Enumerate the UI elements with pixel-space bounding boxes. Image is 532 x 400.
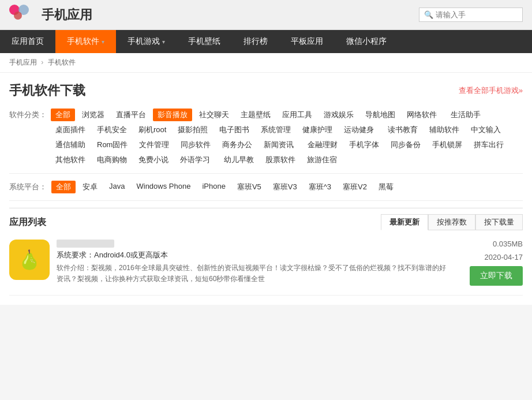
search-box[interactable]: 🔍 [419, 8, 523, 22]
software-filter-tags: 全部 浏览器 直播平台 影音播放 社交聊天 主题壁纸 应用工具 游戏娱乐 导航地… [51, 109, 523, 166]
filter-divider [9, 173, 523, 174]
tag-education[interactable]: 读书教育 [383, 124, 422, 136]
app-list-header: 应用列表 最新更新 按推荐数 按下载量 [9, 208, 523, 230]
tag-flash[interactable]: 刷机root [134, 124, 171, 136]
tag-video[interactable]: 影音播放 [153, 109, 192, 121]
tag-health[interactable]: 健康护理 [298, 124, 337, 136]
page-title: 手机软件下载 [9, 82, 85, 99]
tag-live[interactable]: 直播平台 [111, 109, 151, 121]
tag-desktop[interactable]: 桌面插件 [51, 124, 90, 136]
app-name-placeholder [57, 240, 114, 248]
tag-assist[interactable]: 辅助软件 [425, 124, 464, 136]
search-input[interactable] [436, 10, 522, 19]
tag-other[interactable]: 其他软件 [51, 154, 90, 166]
app-meta: 0.035MB 2020-04-17 立即下载 [454, 240, 523, 286]
tag-theme[interactable]: 主题壁纸 [236, 109, 275, 121]
tag-nav[interactable]: 导航地图 [361, 109, 400, 121]
platform-tag-iphone[interactable]: iPhone [197, 181, 230, 193]
tag-backup[interactable]: 同步备份 [386, 139, 425, 151]
main-content: 手机软件下载 查看全部手机游戏» 软件分类： 全部 浏览器 直播平台 影音播放 … [0, 73, 532, 305]
platform-tag-java[interactable]: Java [104, 181, 129, 193]
tag-security[interactable]: 手机安全 [92, 124, 132, 136]
platform-tag-symbian-v3[interactable]: 塞班V3 [268, 181, 302, 193]
nav-item-wechat[interactable]: 微信小程序 [335, 30, 398, 53]
logo-icon [9, 5, 37, 25]
platform-tag-all[interactable]: 全部 [51, 181, 76, 193]
platform-tag-blackberry[interactable]: 黑莓 [374, 181, 398, 193]
tag-novel[interactable]: 免费小说 [134, 154, 173, 166]
tag-life[interactable]: 生活助手 [446, 109, 485, 121]
app-list-title: 应用列表 [9, 216, 46, 229]
sort-tabs: 最新更新 按推荐数 按下载量 [381, 214, 523, 230]
nav-item-home[interactable]: 应用首页 [0, 30, 55, 53]
view-all-link[interactable]: 查看全部手机游戏» [459, 85, 523, 96]
platform-filter-row: 系统平台： 全部 安卓 Java Windows Phone iPhone 塞班… [9, 181, 523, 193]
tag-sync[interactable]: 同步软件 [176, 139, 215, 151]
platform-tag-android[interactable]: 安卓 [78, 181, 102, 193]
software-filter-label: 软件分类： [9, 109, 46, 120]
tag-travel[interactable]: 旅游住宿 [302, 154, 342, 166]
sort-tab-recommended[interactable]: 按推荐数 [428, 214, 475, 230]
tag-sport[interactable]: 运动健身 [339, 124, 379, 136]
nav-item-wallpaper[interactable]: 手机壁纸 [177, 30, 232, 53]
tag-comm[interactable]: 通信辅助 [51, 139, 90, 151]
nav-item-software[interactable]: 手机软件 ▾ [55, 30, 116, 53]
chevron-down-icon: ▾ [102, 39, 104, 45]
breadcrumb-link-home[interactable]: 手机应用 [9, 58, 37, 66]
tag-stock[interactable]: 股票软件 [261, 154, 300, 166]
tag-photo[interactable]: 摄影拍照 [173, 124, 212, 136]
app-requirement: 系统要求：Android4.0或更高版本 [57, 250, 447, 260]
platform-filter-tags: 全部 安卓 Java Windows Phone iPhone 塞班V5 塞班V… [51, 181, 398, 193]
tag-kids[interactable]: 幼儿早教 [219, 154, 258, 166]
sort-tab-downloads[interactable]: 按下载量 [475, 214, 523, 230]
tag-carpool[interactable]: 拼车出行 [469, 139, 508, 151]
platform-category-filter: 系统平台： 全部 安卓 Java Windows Phone iPhone 塞班… [9, 181, 523, 193]
tag-font[interactable]: 手机字体 [344, 139, 384, 151]
download-button[interactable]: 立即下载 [470, 266, 523, 286]
tag-office[interactable]: 商务办公 [218, 139, 257, 151]
tag-language[interactable]: 外语学习 [175, 154, 215, 166]
app-info: 系统要求：Android4.0或更高版本 软件介绍：梨视频，2016年全球最具突… [57, 240, 447, 285]
nav-item-tablet[interactable]: 平板应用 [279, 30, 335, 53]
page-header: 手机软件下载 查看全部手机游戏» [9, 82, 523, 99]
breadcrumb-current: 手机软件 [48, 58, 76, 66]
tag-news[interactable]: 新闻资讯 [259, 139, 298, 151]
header: 手机应用 🔍 [0, 0, 532, 30]
pear-icon: 🍐 [18, 249, 41, 271]
chevron-down-icon: ▾ [162, 39, 165, 45]
app-list-section: 应用列表 最新更新 按推荐数 按下载量 🍐 系统要求：Android4.0或更高… [9, 208, 523, 296]
logo-area: 手机应用 [9, 5, 419, 25]
tag-input[interactable]: 中文输入 [466, 124, 505, 136]
tag-tools[interactable]: 应用工具 [278, 109, 317, 121]
tag-rom[interactable]: Rom固件 [92, 139, 132, 151]
tag-browser[interactable]: 浏览器 [77, 109, 109, 121]
app-icon: 🍐 [9, 240, 50, 280]
tag-social[interactable]: 社交聊天 [194, 109, 234, 121]
sort-tab-latest[interactable]: 最新更新 [381, 214, 428, 230]
app-size: 0.035MB [493, 240, 523, 248]
tag-ebook[interactable]: 电子图书 [215, 124, 254, 136]
site-title: 手机应用 [42, 6, 92, 24]
platform-tag-symbian-3[interactable]: 塞班^3 [304, 181, 336, 193]
platform-tag-symbian-v5[interactable]: 塞班V5 [233, 181, 266, 193]
table-row: 🍐 系统要求：Android4.0或更高版本 软件介绍：梨视频，2016年全球最… [9, 230, 523, 296]
search-icon: 🔍 [424, 10, 433, 19]
platform-tag-windows-phone[interactable]: Windows Phone [132, 181, 195, 193]
platform-tag-symbian-v2[interactable]: 塞班V2 [338, 181, 372, 193]
software-category-filter: 软件分类： 全部 浏览器 直播平台 影音播放 社交聊天 主题壁纸 应用工具 游戏… [9, 109, 523, 166]
tag-all-software[interactable]: 全部 [51, 109, 75, 121]
nav-item-ranking[interactable]: 排行榜 [232, 30, 279, 53]
tag-lockscreen[interactable]: 手机锁屏 [428, 139, 467, 151]
tag-network[interactable]: 网络软件 [402, 109, 441, 121]
breadcrumb: 手机应用 › 手机软件 [0, 53, 532, 73]
tag-finance[interactable]: 金融理财 [303, 139, 342, 151]
tag-file[interactable]: 文件管理 [134, 139, 174, 151]
nav-item-games[interactable]: 手机游戏 ▾ [116, 30, 177, 53]
main-nav: 应用首页 手机软件 ▾ 手机游戏 ▾ 手机壁纸 排行榜 平板应用 微信小程序 [0, 30, 532, 53]
tag-ecommerce[interactable]: 电商购物 [92, 154, 132, 166]
section-divider [9, 200, 523, 201]
tag-system[interactable]: 系统管理 [256, 124, 295, 136]
app-name-row [57, 240, 447, 248]
tag-games[interactable]: 游戏娱乐 [319, 109, 358, 121]
app-description: 软件介绍：梨视频，2016年全球最具突破性、创新性的资讯短视频平台！读文字很枯燥… [57, 263, 447, 285]
